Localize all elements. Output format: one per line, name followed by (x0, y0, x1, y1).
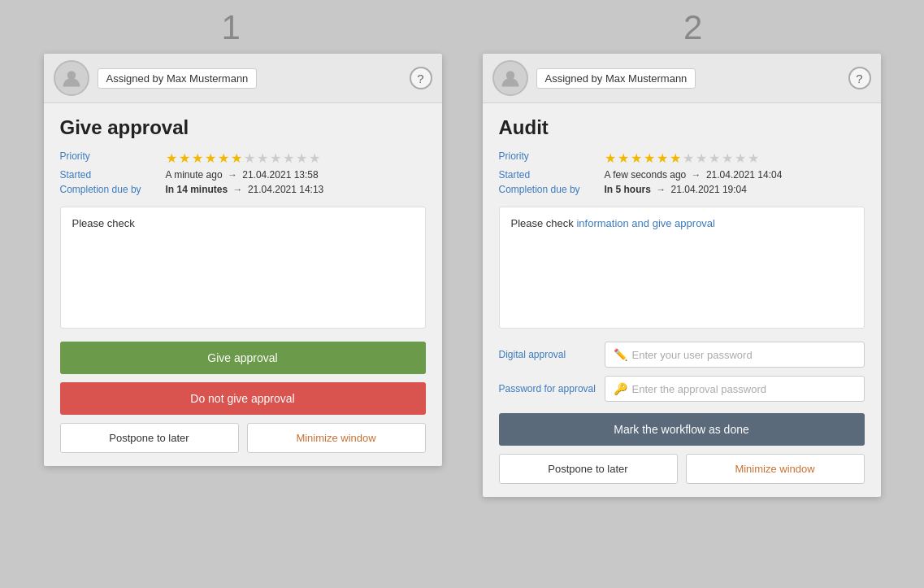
step-2-number: 2 (462, 8, 925, 47)
star-5: ★ (218, 150, 229, 166)
star-1: ★ (166, 150, 177, 166)
completion-value-2: In 5 hours → 21.04.2021 19:04 (605, 184, 865, 195)
star-11: ★ (296, 150, 307, 166)
panel-2-bottom-buttons: Postpone to later Minimize window (499, 454, 865, 484)
star2-11: ★ (735, 150, 746, 166)
panel-2: Assigned by Max Mustermann ? Audit Prior… (479, 54, 885, 497)
star-7: ★ (244, 150, 255, 166)
stars-2: ★ ★ ★ ★ ★ ★ ★ ★ ★ ★ ★ ★ (605, 150, 865, 166)
password-approval-placeholder: Enter the approval password (632, 383, 766, 395)
priority-label-2: Priority (499, 150, 605, 166)
star2-12: ★ (748, 150, 759, 166)
do-not-approve-button[interactable]: Do not give approval (60, 382, 426, 415)
step-1-number: 1 (0, 8, 462, 47)
panel-1-info: Priority ★ ★ ★ ★ ★ ★ ★ ★ ★ ★ ★ ★ (60, 150, 426, 195)
priority-label-1: Priority (60, 150, 166, 166)
digital-approval-label: Digital approval (499, 349, 605, 360)
star-12: ★ (309, 150, 320, 166)
completion-label-1: Completion due by (60, 184, 166, 195)
mark-done-button[interactable]: Mark the workflow as done (499, 413, 865, 446)
star2-7: ★ (683, 150, 694, 166)
started-value-2: A few seconds ago → 21.04.2021 14:04 (605, 169, 865, 181)
panel-2-info: Priority ★ ★ ★ ★ ★ ★ ★ ★ ★ ★ ★ ★ (499, 150, 865, 195)
star2-8: ★ (696, 150, 707, 166)
audit-panel: Assigned by Max Mustermann ? Audit Prior… (483, 54, 881, 497)
message-box-1: Please check (60, 207, 426, 329)
panel-2-title: Audit (499, 116, 865, 139)
minimize-button-1[interactable]: Minimize window (247, 423, 426, 453)
star-10: ★ (283, 150, 294, 166)
star2-1: ★ (605, 150, 616, 166)
panel-1-bottom-buttons: Postpone to later Minimize window (60, 423, 426, 453)
panel-1-header: Assigned by Max Mustermann ? (44, 54, 442, 103)
started-label-1: Started (60, 169, 166, 181)
panel-2-header: Assigned by Max Mustermann ? (483, 54, 881, 103)
password-approval-input[interactable]: 🔑 Enter the approval password (605, 376, 865, 402)
edit-icon: ✏️ (614, 348, 627, 361)
message-box-2: Please check information and give approv… (499, 207, 865, 329)
help-icon-1[interactable]: ? (410, 67, 432, 89)
star-3: ★ (192, 150, 203, 166)
completion-label-2: Completion due by (499, 184, 605, 195)
assigned-label-2: Assigned by Max Mustermann (536, 68, 696, 89)
avatar-2 (492, 60, 528, 96)
give-approval-button[interactable]: Give approval (60, 342, 426, 374)
digital-approval-placeholder: Enter your user password (632, 349, 753, 361)
assigned-label-1: Assigned by Max Mustermann (98, 68, 258, 89)
give-approval-panel: Assigned by Max Mustermann ? Give approv… (44, 54, 442, 466)
star2-3: ★ (631, 150, 642, 166)
star2-10: ★ (722, 150, 733, 166)
started-label-2: Started (499, 169, 605, 181)
digital-approval-input[interactable]: ✏️ Enter your user password (605, 342, 865, 368)
star2-6: ★ (670, 150, 681, 166)
postpone-button-2[interactable]: Postpone to later (499, 454, 678, 484)
postpone-button-1[interactable]: Postpone to later (60, 423, 239, 453)
star-6: ★ (231, 150, 242, 166)
panel-1-body: Give approval Priority ★ ★ ★ ★ ★ ★ ★ ★ ★… (44, 103, 442, 466)
star2-4: ★ (644, 150, 655, 166)
password-approval-label: Password for approval (499, 383, 605, 394)
star-2: ★ (179, 150, 190, 166)
completion-value-1: In 14 minutes → 21.04.2021 14:13 (166, 184, 426, 195)
lock-icon: 🔑 (614, 382, 627, 395)
help-icon-2[interactable]: ? (848, 67, 871, 89)
panel-1-title: Give approval (60, 116, 426, 139)
stars-1: ★ ★ ★ ★ ★ ★ ★ ★ ★ ★ ★ ★ (166, 150, 426, 166)
star2-9: ★ (709, 150, 720, 166)
star-9: ★ (270, 150, 281, 166)
minimize-button-2[interactable]: Minimize window (686, 454, 865, 484)
star-8: ★ (257, 150, 268, 166)
panel-1: Assigned by Max Mustermann ? Give approv… (40, 54, 446, 497)
star2-2: ★ (618, 150, 629, 166)
star2-5: ★ (657, 150, 668, 166)
star-4: ★ (205, 150, 216, 166)
started-value-1: A minute ago → 21.04.2021 13:58 (166, 169, 426, 181)
avatar-1 (54, 60, 89, 96)
panel-2-body: Audit Priority ★ ★ ★ ★ ★ ★ ★ ★ ★ ★ ★ (483, 103, 881, 497)
approval-fields: Digital approval ✏️ Enter your user pass… (499, 342, 865, 402)
